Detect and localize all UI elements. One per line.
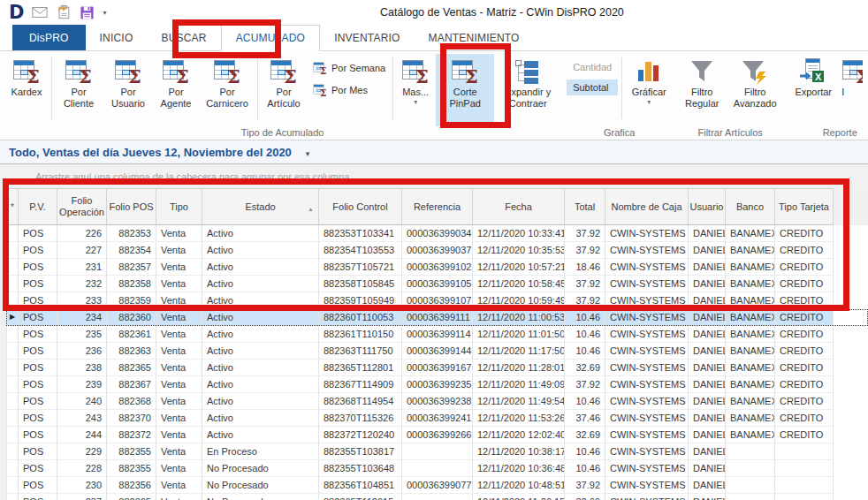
cell: 000036399077: [402, 477, 473, 494]
cell: 10.46: [565, 460, 605, 477]
table-row[interactable]: POS227882354VentaActivo882354T1035530000…: [6, 242, 868, 259]
cell: [402, 494, 473, 500]
cell: 882353T103341: [319, 225, 402, 242]
cell: 37.92: [565, 242, 605, 259]
column-header[interactable]: Tipo: [156, 188, 202, 225]
table-row[interactable]: POS235882361VentaActivo882361T1101500000…: [6, 326, 868, 343]
por-cliente-button[interactable]: Por Cliente: [54, 54, 103, 126]
tab-inventario[interactable]: INVENTARIO: [320, 25, 414, 50]
cell: [726, 494, 775, 500]
kardex-button[interactable]: Kardex: [4, 54, 49, 126]
table-row[interactable]: POS239882367VentaActivo882367T1149090000…: [6, 376, 868, 393]
por-articulo-button[interactable]: Por Artículo: [260, 54, 308, 126]
cell: 882355: [107, 460, 156, 477]
cell: CREDITO: [775, 343, 834, 360]
cell: 240: [57, 393, 107, 410]
cell: 000036399111: [402, 309, 473, 326]
graficar-button[interactable]: Gráficar ▾: [624, 54, 674, 126]
cell: 882367: [107, 376, 156, 393]
cantidad-button[interactable]: Cantidad: [567, 59, 618, 75]
por-semana-button[interactable]: Por Semana: [309, 60, 389, 76]
tab-dispro[interactable]: DisPRO: [12, 25, 86, 50]
table-row[interactable]: POS238882365VentaActivo882365T1128010000…: [6, 360, 868, 376]
app-logo-icon[interactable]: D: [9, 3, 24, 22]
table-row[interactable]: POS237882365VentaNo Procesado882365T1126…: [6, 494, 868, 500]
cell: 12/11/2020 11:49:54 a. m.: [473, 393, 565, 410]
table-row[interactable]: POS228882355VentaNo Procesado882355T1036…: [6, 460, 868, 477]
row-indicator: [6, 443, 19, 460]
column-header[interactable]: Total: [565, 188, 605, 225]
cell: CWIN-SYSTEMS: [605, 360, 689, 376]
column-header[interactable]: Folio Operación: [57, 188, 107, 225]
tab-mantenimiento[interactable]: MANTENIMIENTO: [415, 25, 534, 50]
save-icon[interactable]: [80, 5, 95, 20]
column-header[interactable]: Estado▲: [202, 188, 319, 225]
column-header[interactable]: Referencia: [402, 188, 473, 225]
tab-acumulado[interactable]: ACUMULADO: [221, 25, 320, 51]
por-mes-button[interactable]: Por Mes: [309, 82, 389, 98]
cell: Activo: [202, 343, 319, 360]
cell: Venta: [156, 427, 202, 443]
table-row[interactable]: POS236882363VentaActivo882363T1117500000…: [6, 343, 868, 360]
table-row[interactable]: POS231882357VentaActivo882357T1057210000…: [6, 259, 868, 276]
cell: Venta: [156, 460, 202, 477]
subtotal-button[interactable]: Subtotal: [567, 80, 618, 95]
tab-buscar[interactable]: BUSCAR: [147, 25, 220, 50]
row-indicator: [6, 477, 19, 494]
tab-inicio[interactable]: INICIO: [86, 25, 148, 50]
ribbon: Kardex Por Cliente Por Usuario Por Agent…: [0, 51, 868, 140]
cell: 12/11/2020 10:38:17 a. m.: [473, 443, 565, 460]
group-by-panel[interactable]: Arrastre aquí una columna de la cabecera…: [0, 164, 868, 188]
paste-icon[interactable]: [56, 4, 72, 20]
table-row[interactable]: ▶POS234882360VentaActivo882360T110053000…: [6, 309, 868, 326]
column-header[interactable]: Fecha: [473, 188, 565, 225]
mas-button[interactable]: Mas... ▾: [395, 54, 436, 126]
cell: BANAMEX: [726, 242, 775, 259]
cell: 882365: [107, 360, 156, 376]
cell: 882355T103817: [319, 443, 402, 460]
corte-pinpad-button[interactable]: Corte PinPad: [436, 54, 494, 126]
column-header[interactable]: Folio Control: [319, 188, 402, 225]
mail-icon[interactable]: [32, 6, 48, 19]
cell: DANIEL: [689, 494, 726, 500]
cell: Activo: [202, 410, 319, 427]
column-header[interactable]: Tipo Tarjeta: [775, 188, 834, 225]
column-header[interactable]: P.V.: [19, 188, 57, 225]
cell: 882353: [107, 225, 156, 242]
table-row[interactable]: POS229882355VentaEn Proceso882355T103817…: [6, 443, 868, 460]
button-label: Corte PinPad: [438, 87, 492, 110]
table-row[interactable]: POS226882353VentaActivo882353T1033410000…: [6, 225, 868, 242]
cell: 230: [57, 477, 107, 494]
column-header[interactable]: Folio POS: [107, 188, 156, 225]
column-header[interactable]: Nombre de Caja: [605, 188, 689, 225]
column-header[interactable]: Banco: [726, 188, 775, 225]
table-row[interactable]: POS240882368VentaActivo882368T1149540000…: [6, 393, 868, 410]
cell: 32.69: [565, 360, 605, 376]
qat-customize-icon[interactable]: ▾: [103, 9, 106, 17]
funnel-icon: [688, 57, 716, 86]
table-row[interactable]: POS233882359VentaActivo882359T1059490000…: [6, 292, 868, 309]
table-row[interactable]: POS230882356VentaNo Procesado882356T1048…: [6, 477, 868, 494]
cell: DANIEL: [689, 276, 726, 292]
por-agente-button[interactable]: Por Agente: [153, 54, 199, 126]
por-usuario-button[interactable]: Por Usuario: [103, 54, 153, 126]
cell: 882360: [107, 309, 156, 326]
clipped-button[interactable]: I: [840, 54, 863, 126]
por-carnicero-button[interactable]: Por Carnicero: [199, 54, 255, 126]
table-row[interactable]: POS244882372VentaActivo882372T1202400000…: [6, 427, 868, 443]
view-title-dropdown-icon[interactable]: ▾: [306, 146, 310, 158]
column-header[interactable]: Usuario: [689, 188, 726, 225]
cell: 12/11/2020 11:49:09 a. m.: [473, 376, 565, 393]
button-label: Gráficar: [632, 87, 666, 98]
expandir-contraer-button[interactable]: Expandir y Contraer: [494, 54, 561, 126]
filtro-regular-button[interactable]: Filtro Regular: [677, 54, 727, 126]
cell: POS: [19, 494, 57, 500]
exportar-button[interactable]: Exportar: [787, 54, 840, 126]
cell: 000036399266: [402, 427, 473, 443]
filtro-avanzado-button[interactable]: Filtro Avanzado: [727, 54, 783, 126]
cell: 12/11/2020 11:26:15 a. m.: [473, 494, 565, 500]
cell: CWIN-SYSTEMS: [605, 427, 689, 443]
table-row[interactable]: POS243882370VentaActivo882370T1153260000…: [6, 410, 868, 427]
table-row[interactable]: POS232882358VentaActivo882358T1058450000…: [6, 276, 868, 292]
column-header[interactable]: *: [6, 188, 19, 225]
